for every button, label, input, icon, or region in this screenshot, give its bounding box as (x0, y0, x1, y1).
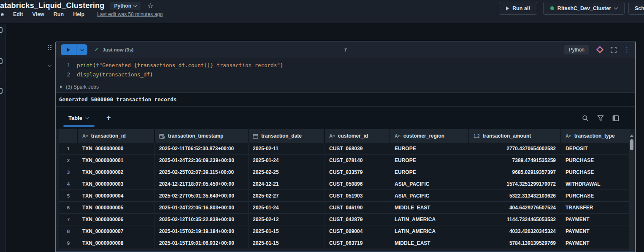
table-cell: TXN_0000000001 (78, 154, 155, 166)
results-table: ACtransaction_idtransaction_timestamptra… (59, 129, 630, 249)
column-header-transaction_type[interactable]: ACtransaction_type (561, 129, 630, 143)
table-cell: TXN_0000000005 (78, 202, 155, 214)
assistant-icon[interactable] (596, 46, 603, 53)
table-row[interactable]: 2TXN_00000000012025-01-24T22:36:09.239+0… (59, 154, 630, 166)
line-number: 2 (56, 70, 70, 79)
favorite-star-icon[interactable]: ☆ (147, 2, 153, 10)
table-cell: EUROPE (390, 154, 469, 166)
table-cell: CUST_051903 (325, 190, 390, 202)
table-row[interactable]: 7TXN_00000000062025-02-12T10:35:22.838+0… (59, 214, 630, 225)
row-number: 4 (59, 178, 78, 190)
last-edit-link[interactable]: Last edit was 58 minutes ago (97, 11, 162, 17)
code-token: ) (150, 70, 153, 79)
table-row[interactable]: 6TXN_00000000052025-01-24T22:05:16.803+0… (59, 202, 630, 214)
table-row[interactable]: 3TXN_00000000022025-02-25T02:07:39.115+0… (59, 166, 630, 178)
code-token: display (77, 70, 99, 79)
expand-cell-icon[interactable] (611, 47, 617, 53)
table-row[interactable]: 4TXN_00000000032024-12-21T18:07:05.450+0… (59, 178, 630, 190)
table-row[interactable]: 8TXN_00000000072025-01-15T02:19:19.184+0… (59, 225, 630, 237)
column-label: customer_region (403, 133, 444, 139)
table-row[interactable]: 1TXN_00000000002025-02-11T06:52:30.873+0… (59, 143, 630, 154)
chevron-down-icon (85, 115, 89, 119)
schedule-button[interactable]: Sch (628, 2, 644, 15)
column-header-transaction_amount[interactable]: 1.2transaction_amount (469, 129, 561, 143)
table-cell: PAYMENT (561, 237, 630, 249)
menu-help[interactable]: Help (73, 11, 84, 17)
search-icon[interactable] (582, 115, 589, 122)
cell-menu-kebab-icon[interactable]: ⋮ (624, 46, 630, 54)
table-cell: TXN_0000000002 (78, 166, 155, 178)
tab-table-label: Table (68, 115, 82, 121)
notebook-language-selector[interactable]: Python (110, 2, 141, 10)
column-header-customer_id[interactable]: ACcustomer_id (325, 129, 390, 143)
sidebar-icon-fragment[interactable] (0, 88, 3, 94)
expander-triangle-icon (60, 85, 62, 89)
table-cell: 2025-01-15T02:19:19.184+00:00 (155, 225, 249, 237)
cell-collapse-chevron-icon[interactable] (48, 61, 51, 69)
columns-panel-icon[interactable] (612, 115, 619, 122)
code-line[interactable]: 2display(transactions_df) (56, 70, 635, 79)
run-icon[interactable] (61, 44, 76, 55)
sidebar-icon-fragment[interactable] (0, 27, 3, 33)
code-token: { (134, 61, 138, 70)
table-cell: 2025-01-15 (249, 237, 325, 249)
cell-gutter (45, 42, 55, 69)
spark-jobs-toggle[interactable]: (3) Spark Jobs (56, 81, 635, 92)
table-cell: 2024-12-21T18:07:05.450+00:00 (155, 178, 249, 190)
notebook-header: atabricks_Liquid_Clustering Python ☆ e E… (0, 0, 644, 23)
row-number: 3 (59, 166, 78, 178)
table-cell: PURCHASE (561, 190, 630, 202)
cell-drag-handle-icon[interactable] (48, 45, 52, 50)
table-cell: TXN_0000000006 (78, 214, 155, 225)
menu-view[interactable]: View (32, 11, 44, 17)
add-visualization-button[interactable]: + (106, 114, 111, 122)
filter-icon[interactable] (597, 115, 604, 122)
table-cell: CUST_046190 (325, 202, 390, 214)
menu-run[interactable]: Run (54, 11, 64, 17)
column-header-customer_region[interactable]: ACcustomer_region (390, 129, 469, 143)
column-header-transaction_timestamp[interactable]: transaction_timestamp (155, 129, 249, 143)
cell-language-badge[interactable]: Python (564, 45, 589, 54)
table-cell: PURCHASE (561, 166, 630, 178)
code-token: ( (93, 61, 96, 70)
table-row[interactable]: 9TXN_00000000082025-01-15T19:01:06.932+0… (59, 237, 630, 249)
column-header-transaction_id[interactable]: ACtransaction_id (78, 129, 155, 143)
tab-table[interactable]: Table (68, 107, 89, 129)
table-cell: TRANSFER (561, 202, 630, 214)
menu-file[interactable]: e (1, 11, 4, 17)
table-cell: TXN_0000000004 (78, 190, 155, 202)
sidebar-icon-fragment[interactable] (0, 58, 3, 64)
scrollbar-thumb[interactable] (630, 139, 633, 150)
table-cell: 5322.313432103626 (469, 190, 561, 202)
column-header-transaction_date[interactable]: transaction_date (249, 129, 325, 143)
table-cell: 2025-02-12T10:35:22.838+00:00 (155, 214, 249, 225)
table-cell: 2025-01-24 (249, 154, 325, 166)
menu-edit[interactable]: Edit (13, 11, 23, 17)
code-line[interactable]: 1print(f"Generated {transactions_df.coun… (56, 61, 635, 70)
table-cell: ASIA_PACIFIC (390, 190, 469, 202)
cluster-selector-button[interactable]: RiteshC_Dev_Cluster (543, 2, 625, 15)
table-row[interactable]: 5TXN_00000000042025-02-27T05:01:35.640+0… (59, 190, 630, 202)
cluster-status-icon (550, 6, 554, 10)
code-token: transactions_df.count() (137, 61, 210, 70)
table-cell: 2025-01-15T19:01:06.932+00:00 (155, 237, 249, 249)
table-cell: 4033.426320345324 (469, 225, 561, 237)
row-number: 1 (59, 143, 78, 154)
table-cell: CUST_033579 (325, 166, 390, 178)
run-cell-button[interactable] (61, 44, 87, 55)
run-all-button[interactable]: Run all (499, 2, 537, 15)
run-options-chevron-icon[interactable] (76, 44, 87, 55)
code-editor[interactable]: 1print(f"Generated {transactions_df.coun… (56, 58, 635, 81)
table-scrollbar[interactable] (629, 133, 634, 252)
table-cell: PAYMENT (561, 225, 630, 237)
table-cell: TXN_0000000008 (78, 237, 155, 249)
chevron-down-icon (133, 3, 138, 7)
table-cell: LATIN_AMERICA (390, 225, 469, 237)
table-cell: 2025-02-27 (249, 190, 325, 202)
table-cell: 2770.4370654002582 (469, 143, 561, 154)
table-cell: 2025-01-24 (249, 202, 325, 214)
code-token: f (96, 61, 99, 70)
table-cell: 2024-12-21 (249, 178, 325, 190)
scroll-up-arrow-icon[interactable] (630, 135, 634, 137)
row-number: 8 (59, 225, 78, 237)
